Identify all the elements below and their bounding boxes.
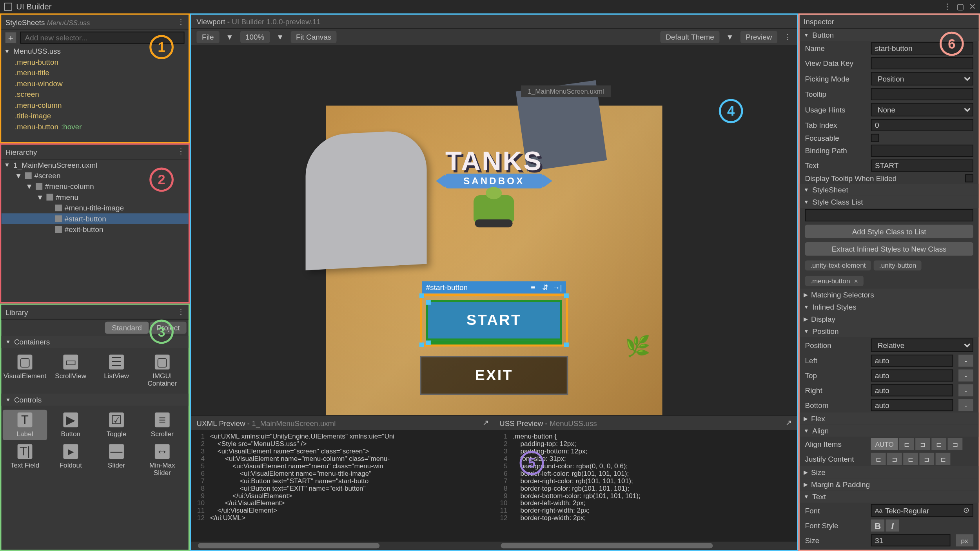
context-menu-icon[interactable]: ⋮: [177, 147, 185, 156]
unit-button[interactable]: px: [956, 534, 973, 546]
canvas-file-tab[interactable]: 1_MainMenuScreen.uxml: [521, 85, 611, 97]
start-button-preview[interactable]: START: [426, 300, 562, 341]
display-section[interactable]: Display: [800, 313, 979, 325]
lib-item-textfield[interactable]: T|Text Field: [3, 441, 47, 479]
binding-path-field[interactable]: [871, 145, 973, 157]
library-tab-standard[interactable]: Standard: [105, 322, 149, 334]
selector-row[interactable]: .menu-window: [1, 78, 188, 89]
dropdown-icon[interactable]: ▼: [726, 33, 734, 41]
right-field[interactable]: [871, 384, 953, 396]
bold-button[interactable]: B: [871, 520, 884, 532]
canvas-area[interactable]: 4 1_MainMenuScreen.uxml 🌿 TANKS SANDBOX: [191, 45, 797, 415]
selected-element-frame[interactable]: #start-button ≡ ⇵ →| START: [420, 294, 568, 346]
hierarchy-item[interactable]: ▼#menu: [1, 192, 188, 202]
lib-item-scroller[interactable]: ≡Scroller: [140, 410, 184, 440]
horizontal-scrollbar[interactable]: [494, 542, 797, 550]
selector-row[interactable]: .screen: [1, 89, 188, 100]
align-center-icon[interactable]: ⊐: [915, 438, 930, 450]
lib-item-label[interactable]: TLabel: [3, 410, 47, 440]
lib-item-scrollview[interactable]: ▭ScrollView: [49, 352, 93, 390]
usage-hints-dropdown[interactable]: None: [871, 103, 973, 116]
context-menu-icon[interactable]: ⋮: [177, 308, 185, 316]
hierarchy-item[interactable]: #exit-button: [1, 224, 188, 235]
unit-button[interactable]: -: [958, 384, 973, 396]
zoom-level[interactable]: 100%: [240, 31, 270, 43]
unit-button[interactable]: -: [958, 399, 973, 411]
font-size-field[interactable]: [871, 534, 951, 546]
font-value[interactable]: Teko-Regular: [885, 506, 960, 515]
align-end-icon[interactable]: ⊏: [931, 438, 946, 450]
style-tag[interactable]: .unity-button: [874, 260, 922, 270]
tooltip-field[interactable]: [871, 88, 973, 100]
fit-canvas-button[interactable]: Fit Canvas: [290, 31, 337, 43]
justify-start-icon[interactable]: ⊏: [871, 453, 886, 465]
exit-button-preview[interactable]: EXIT: [420, 356, 568, 395]
justify-end-icon[interactable]: ⊏: [903, 453, 918, 465]
lib-item-minmaxslider[interactable]: ↔Min-Max Slider: [140, 441, 184, 479]
lib-item-foldout[interactable]: ▸Foldout: [49, 441, 93, 479]
viewdatakey-field[interactable]: [871, 57, 973, 69]
more-icon[interactable]: ⋮: [943, 2, 951, 11]
controls-section[interactable]: Controls: [1, 393, 188, 406]
styleclass-section[interactable]: Style Class List: [800, 196, 979, 208]
matching-selectors-section[interactable]: Matching Selectors: [800, 289, 979, 301]
justify-center-icon[interactable]: ⊐: [887, 453, 902, 465]
dropdown-icon[interactable]: ▼: [226, 33, 233, 41]
flex-section[interactable]: Flex: [800, 413, 979, 425]
align-icon[interactable]: ⇵: [541, 283, 550, 292]
inlined-styles-section[interactable]: Inlined Styles: [800, 301, 979, 313]
justify-between-icon[interactable]: ⊐: [919, 453, 934, 465]
lib-item-slider[interactable]: —Slider: [94, 441, 138, 479]
text-section[interactable]: Text: [800, 491, 979, 503]
context-menu-icon[interactable]: ⋮: [784, 33, 791, 41]
context-menu-icon[interactable]: ⋮: [177, 18, 185, 26]
add-style-class-button[interactable]: Add Style Class to List: [805, 225, 973, 238]
unit-button[interactable]: -: [958, 370, 973, 382]
focusable-checkbox[interactable]: [871, 134, 879, 142]
font-picker-icon[interactable]: ⊙: [963, 506, 969, 515]
margin-section[interactable]: Margin & Padding: [800, 478, 979, 491]
lib-item-imgui[interactable]: ▢IMGUI Container: [140, 352, 184, 390]
lib-item-listview[interactable]: ☰ListView: [94, 352, 138, 390]
theme-dropdown[interactable]: Default Theme: [660, 31, 719, 43]
selector-row[interactable]: .menu-column: [1, 100, 188, 110]
selector-row[interactable]: .menu-title: [1, 67, 188, 78]
selector-row[interactable]: .title-image: [1, 111, 188, 121]
style-tag[interactable]: .unity-text-element: [805, 260, 871, 270]
expand-icon[interactable]: ↗: [786, 419, 791, 427]
position-dropdown[interactable]: Relative: [871, 339, 973, 352]
justify-around-icon[interactable]: ⊏: [936, 453, 951, 465]
expand-icon[interactable]: ↗: [483, 419, 488, 427]
align-auto-button[interactable]: AUTO: [871, 438, 898, 450]
lib-item-button[interactable]: ▶Button: [49, 410, 93, 440]
align-section[interactable]: Align: [800, 424, 979, 437]
hierarchy-item[interactable]: #menu-title-image: [1, 203, 188, 213]
lib-item-visualelement[interactable]: ▢VisualElement: [3, 352, 47, 390]
position-section[interactable]: Position: [800, 325, 979, 337]
add-selector-button[interactable]: +: [5, 32, 16, 43]
maximize-icon[interactable]: ▢: [956, 2, 964, 11]
align-stretch-icon[interactable]: ⊐: [948, 438, 963, 450]
bottom-field[interactable]: [871, 399, 953, 411]
align-start-icon[interactable]: ⊏: [899, 438, 914, 450]
top-field[interactable]: [871, 370, 953, 382]
display-tooltip-checkbox[interactable]: [965, 174, 973, 183]
size-section[interactable]: Size: [800, 466, 979, 478]
extract-styles-button[interactable]: Extract Inlined Styles to New Class: [805, 242, 973, 256]
italic-button[interactable]: I: [886, 520, 899, 532]
lib-item-toggle[interactable]: ☑Toggle: [94, 410, 138, 440]
align-icon[interactable]: →|: [553, 283, 562, 292]
align-icon[interactable]: ≡: [528, 283, 538, 292]
tabindex-field[interactable]: [871, 119, 973, 131]
style-tag-removable[interactable]: .menu-button: [805, 276, 864, 286]
dropdown-icon[interactable]: ▼: [276, 33, 284, 41]
unit-button[interactable]: -: [958, 355, 973, 367]
left-field[interactable]: [871, 355, 953, 367]
picking-mode-dropdown[interactable]: Position: [871, 72, 973, 85]
style-class-input[interactable]: [805, 209, 973, 221]
text-field[interactable]: [871, 160, 973, 172]
file-menu[interactable]: File: [196, 31, 219, 43]
hierarchy-item-selected[interactable]: #start-button: [1, 213, 188, 224]
selector-row[interactable]: .menu-button :hover: [1, 121, 188, 132]
horizontal-scrollbar[interactable]: [191, 542, 494, 550]
